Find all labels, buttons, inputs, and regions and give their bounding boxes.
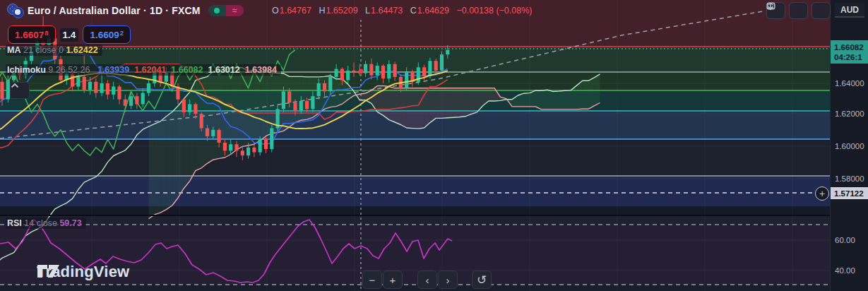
axis-tick-label: 40.00 [835,266,855,275]
ichimoku-indicator-legend[interactable]: Ichimoku 9 26 52 26 1.639391.620411.6608… [6,64,281,76]
axis-tick-label: 60.00 [835,236,855,244]
chart-mini-toolbar [766,2,831,19]
reset-chart-button[interactable]: ↺ [472,271,492,289]
expand-pane-button[interactable] [10,82,30,99]
zoom-out-button[interactable]: − [362,271,382,289]
axis-tick-label: 1.58000 [835,174,864,183]
ma-value: 1.62422 [66,45,97,55]
fullscreen-icon [766,2,775,10]
axis-currency-label[interactable]: AUD [835,3,864,18]
symbol-header: Euro / Australian Dollar · 1D · FXCM ≈ [7,4,244,18]
position-widget: 1.66078 1.4 1.66092 [8,25,131,44]
market-status-icon[interactable] [208,5,226,16]
open-value: 1.64767 [280,6,311,16]
ichimoku-value-3: 1.63012 [208,65,240,75]
quantity-badge[interactable]: 1.4 [60,28,79,42]
axis-tick-label: 1.64000 [835,79,864,88]
rsi-value: 59.73 [59,218,81,228]
current-price-badge: 1.66082 04:26:1 [831,40,868,64]
tradingview-logo-icon [37,263,61,280]
bar-countdown: 04:26:1 [834,52,868,62]
low-value: 1.64473 [371,6,403,16]
change-value: −0.00138 (−0.08%) [456,6,532,16]
ichimoku-value-4: 1.63984 [245,65,277,75]
target-price-badge[interactable]: 1.66092 [83,25,131,44]
pan-right-button[interactable]: › [438,271,458,289]
delayed-data-icon[interactable]: ≈ [226,5,244,16]
axis-tick-label: 1.60000 [835,142,864,150]
ohlc-legend: O1.64767 H1.65209 L1.64473 C1.64629 −0.0… [272,6,537,16]
ichimoku-value-0: 1.63939 [97,65,129,75]
currency-pair-icon [7,4,23,18]
tradingview-logo[interactable]: TradingView [37,263,129,281]
symbol-title[interactable]: Euro / Australian Dollar · 1D · FXCM [28,5,201,16]
ichimoku-value-1: 1.62041 [134,65,166,75]
fullscreen-button[interactable] [811,2,831,19]
zoom-in-button[interactable]: + [383,271,403,289]
rsi-indicator-legend[interactable]: RSI 14 close 59.73 [6,218,86,229]
maximize-pane-button[interactable] [789,2,808,19]
stop-price-badge[interactable]: 1.66078 [8,25,56,44]
ichimoku-value-2: 1.66082 [171,65,203,75]
chevron-up-icon [11,83,19,88]
add-alert-icon[interactable]: + [815,186,829,201]
chart-stage: Euro / Australian Dollar · 1D · FXCM ≈ O… [0,0,868,291]
ma-indicator-legend[interactable]: MA 21 close 0 1.62422 [6,44,102,56]
close-value: 1.64629 [417,6,449,16]
pan-left-button[interactable]: ‹ [417,271,437,289]
level-price-badge: 1.57122 [831,187,868,199]
high-value: 1.65209 [326,6,357,16]
current-price: 1.66082 [834,42,868,52]
axis-tick-label: 1.62000 [835,109,864,118]
price-axis[interactable]: AUD 1.66082 04:26:1 1.640001.620001.6000… [830,0,868,291]
